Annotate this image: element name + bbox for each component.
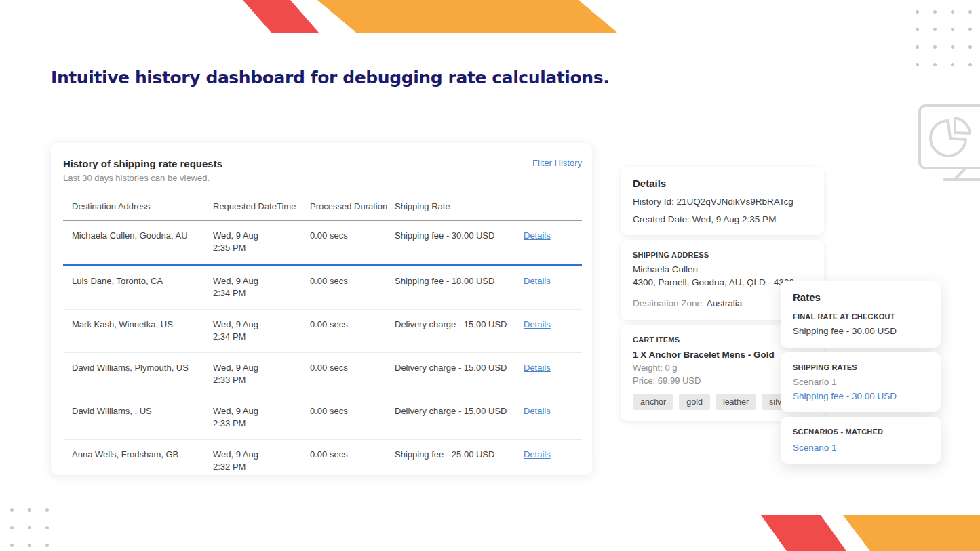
bottom-red-stripe bbox=[761, 515, 846, 551]
history-card-title: History of shipping rate requests bbox=[63, 158, 222, 169]
analytics-monitor-icon bbox=[917, 102, 980, 183]
dot bbox=[968, 10, 972, 14]
cell-processed-duration: 0.00 secs bbox=[310, 221, 395, 264]
column-header-requested-datetime: Requested DateTime bbox=[213, 201, 310, 220]
cell-destination-address: Anna Wells, Frodsham, GB bbox=[72, 440, 213, 483]
recipient-name: Michaela Cullen bbox=[633, 264, 812, 275]
row-details-link[interactable]: Details bbox=[524, 230, 551, 241]
dot bbox=[10, 526, 14, 529]
cell-shipping-rate: Delivery charge - 15.00 USD bbox=[395, 353, 524, 396]
cell-processed-duration: 0.00 secs bbox=[310, 310, 395, 352]
cell-requested-datetime: Wed, 9 Aug 2:33 PM bbox=[213, 353, 310, 396]
table-row[interactable]: David Williams, , US Wed, 9 Aug 2:33 PM … bbox=[63, 396, 582, 440]
cell-destination-address: Michaela Cullen, Goodna, AU bbox=[72, 221, 213, 264]
column-header-actions bbox=[524, 201, 582, 220]
dot-grid-decoration bbox=[916, 10, 972, 66]
cell-destination-address: Mark Kash, Winnetka, US bbox=[72, 310, 213, 352]
requested-date: Wed, 9 Aug bbox=[213, 275, 306, 287]
filter-history-link[interactable]: Filter History bbox=[532, 158, 582, 168]
cell-requested-datetime: Wed, 9 Aug 2:34 PM bbox=[213, 310, 310, 352]
dot bbox=[45, 508, 49, 512]
table-row[interactable]: Anna Wells, Frodsham, GB Wed, 9 Aug 2:32… bbox=[63, 440, 582, 483]
dot bbox=[916, 63, 919, 66]
history-card-subtitle: Last 30 days histories can be viewed. bbox=[63, 173, 222, 183]
cart-tag: gold bbox=[679, 394, 710, 410]
shipping-address-label: SHIPPING ADDRESS bbox=[633, 251, 812, 259]
dot bbox=[951, 63, 954, 66]
cell-destination-address: David Williams, , US bbox=[72, 396, 213, 439]
row-details-link[interactable]: Details bbox=[524, 449, 551, 460]
cell-requested-datetime: Wed, 9 Aug 2:34 PM bbox=[213, 266, 310, 309]
cart-tag: anchor bbox=[633, 394, 673, 410]
dot bbox=[916, 28, 919, 31]
requested-time: 2:34 PM bbox=[213, 287, 306, 300]
dot bbox=[28, 526, 31, 529]
matched-scenario-link[interactable]: Scenario 1 bbox=[793, 443, 928, 453]
table-row[interactable]: Mark Kash, Winnetka, US Wed, 9 Aug 2:34 … bbox=[63, 310, 582, 353]
cell-shipping-rate: Delivery charge - 15.00 USD bbox=[395, 310, 524, 352]
cell-processed-duration: 0.00 secs bbox=[310, 396, 395, 439]
history-id-value: History Id: 21UQ2qVJNdikVs9RbRATcg bbox=[633, 197, 812, 207]
dot bbox=[968, 45, 972, 49]
page-title: Intuitive history dashboard for debuggin… bbox=[51, 68, 661, 87]
dot bbox=[916, 10, 919, 14]
column-header-processed-duration: Processed Duration bbox=[310, 201, 395, 220]
final-rate-section: Rates FINAL RATE AT CHECKOUT Shipping fe… bbox=[781, 281, 941, 348]
table-row[interactable]: David Williams, Plymouth, US Wed, 9 Aug … bbox=[63, 353, 582, 396]
destination-zone-label: Destination Zone: bbox=[633, 298, 705, 308]
requested-time: 2:35 PM bbox=[213, 242, 306, 254]
cell-shipping-rate: Shipping fee - 25.00 USD bbox=[395, 440, 524, 483]
scenario-rate-link[interactable]: Shipping fee - 30.00 USD bbox=[793, 391, 928, 401]
requested-date: Wed, 9 Aug bbox=[213, 449, 306, 461]
row-details-link[interactable]: Details bbox=[524, 406, 551, 416]
dot bbox=[968, 28, 972, 31]
cart-tag: leather bbox=[716, 394, 756, 410]
dot bbox=[933, 63, 937, 66]
cell-requested-datetime: Wed, 9 Aug 2:32 PM bbox=[213, 440, 310, 483]
rates-panel: Rates FINAL RATE AT CHECKOUT Shipping fe… bbox=[781, 281, 941, 464]
final-rate-value: Shipping fee - 30.00 USD bbox=[793, 325, 928, 337]
cell-destination-address: David Williams, Plymouth, US bbox=[72, 353, 213, 396]
scenarios-matched-section: SCENARIOS - MATCHED Scenario 1 bbox=[781, 417, 941, 464]
row-details-link[interactable]: Details bbox=[524, 276, 551, 286]
rates-panel-title: Rates bbox=[793, 291, 928, 303]
created-date-value: Created Date: Wed, 9 Aug 2:35 PM bbox=[633, 214, 812, 224]
cell-processed-duration: 0.00 secs bbox=[310, 353, 395, 396]
cell-destination-address: Luis Dane, Toronto, CA bbox=[72, 266, 213, 309]
column-header-destination-address: Destination Address bbox=[72, 201, 213, 220]
requested-time: 2:33 PM bbox=[213, 417, 306, 430]
shipping-rates-label: SHIPPING RATES bbox=[793, 363, 928, 371]
table-header-row: Destination Address Requested DateTime P… bbox=[63, 201, 582, 221]
history-card: History of shipping rate requests Last 3… bbox=[51, 143, 592, 475]
dot bbox=[933, 45, 937, 49]
cell-shipping-rate: Delivery charge - 15.00 USD bbox=[395, 396, 524, 439]
top-red-stripe bbox=[243, 0, 319, 33]
dot bbox=[968, 63, 972, 66]
requested-time: 2:34 PM bbox=[213, 331, 306, 343]
dot bbox=[951, 45, 954, 49]
table-row[interactable]: Luis Dane, Toronto, CA Wed, 9 Aug 2:34 P… bbox=[63, 266, 582, 310]
dot bbox=[28, 508, 31, 512]
requested-date: Wed, 9 Aug bbox=[213, 319, 306, 331]
row-details-link[interactable]: Details bbox=[524, 363, 551, 373]
row-details-link[interactable]: Details bbox=[524, 319, 551, 329]
requested-date: Wed, 9 Aug bbox=[213, 405, 306, 417]
cell-processed-duration: 0.00 secs bbox=[310, 266, 395, 309]
dot bbox=[951, 10, 954, 14]
requested-time: 2:32 PM bbox=[213, 461, 306, 473]
dot-grid-decoration bbox=[10, 508, 49, 547]
cell-shipping-rate: Shipping fee - 30.00 USD bbox=[395, 221, 524, 264]
cell-processed-duration: 0.00 secs bbox=[310, 440, 395, 483]
table-body: Michaela Cullen, Goodna, AU Wed, 9 Aug 2… bbox=[63, 221, 582, 483]
dot bbox=[916, 45, 919, 49]
destination-zone-value: Australia bbox=[707, 298, 743, 308]
top-orange-stripe bbox=[317, 0, 617, 33]
dot bbox=[45, 526, 49, 529]
table-row[interactable]: Michaela Cullen, Goodna, AU Wed, 9 Aug 2… bbox=[63, 221, 582, 266]
cell-requested-datetime: Wed, 9 Aug 2:33 PM bbox=[213, 396, 310, 439]
cell-shipping-rate: Shipping fee - 18.00 USD bbox=[395, 266, 524, 309]
dot bbox=[10, 544, 14, 547]
dot bbox=[10, 508, 14, 512]
cell-requested-datetime: Wed, 9 Aug 2:35 PM bbox=[213, 221, 310, 264]
dot bbox=[951, 28, 954, 31]
